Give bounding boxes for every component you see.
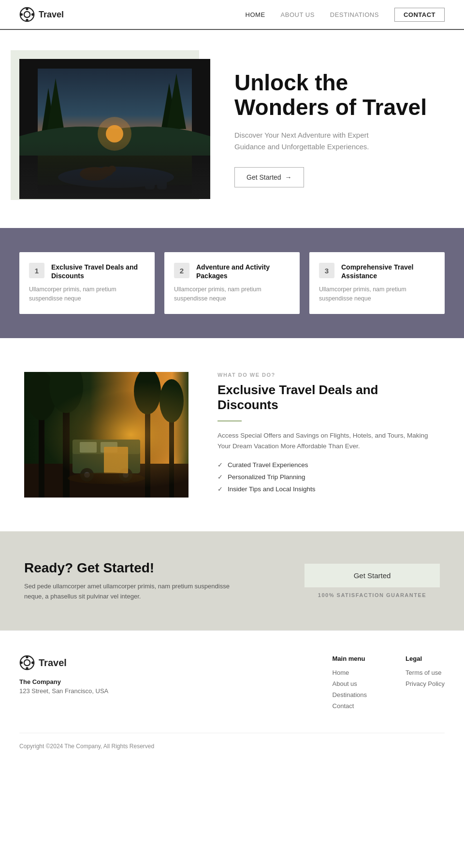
hero-text: Unlock the Wonders of Travel Discover Yo… [234,71,440,187]
svg-rect-11 [19,59,210,69]
feature-2-header: 2 Adventure and Activity Packages [174,263,290,280]
cta-desc: Sed pede ullamcorper amet ullamcorper pr… [24,582,237,602]
footer-menu-heading: Main menu [333,655,367,662]
logo[interactable]: Travel [19,7,64,22]
footer-link-about[interactable]: About us [333,680,367,687]
hero-image [19,59,210,199]
svg-rect-23 [157,172,167,189]
what-list: ✓ Curated Travel Experiences ✓ Personali… [218,461,440,493]
nav-links: HOME ABOUT US DESTINATIONS CONTACT [246,8,445,22]
footer-logo: Travel [19,655,294,670]
svg-rect-43 [104,447,128,473]
svg-rect-24 [24,372,188,498]
svg-point-46 [24,660,30,666]
feature-card-1: 1 Exclusive Travel Deals and Discounts U… [19,252,155,314]
footer-legal-col: Legal Terms of use Privacy Policy [406,655,445,713]
cta-guarantee: 100% SATISFACTION GUARANTEE [318,592,426,598]
footer-address: 123 Street, San Francisco, USA [19,687,294,695]
svg-rect-38 [101,442,117,453]
svg-point-18 [58,167,174,188]
feature-3-desc: Ullamcorper primis, nam pretium suspendi… [319,285,435,303]
what-text: WHAT DO WE DO? Exclusive Travel Deals an… [218,372,440,498]
footer: Travel The Company 123 Street, San Franc… [0,630,464,764]
navbar: Travel HOME ABOUT US DESTINATIONS CONTAC… [0,0,464,30]
svg-point-17 [98,117,131,151]
svg-point-47 [26,656,28,658]
feature-1-title: Exclusive Travel Deals and Discounts [51,263,145,280]
what-title: Exclusive Travel Deals and Discounts [218,383,440,413]
footer-link-destinations[interactable]: Destinations [333,691,367,698]
svg-point-2 [26,8,28,10]
svg-point-40 [119,468,132,482]
footer-top: Travel The Company 123 Street, San Franc… [19,655,445,713]
footer-logo-icon [19,655,35,670]
svg-rect-26 [24,464,188,498]
check-icon-3: ✓ [218,485,223,493]
footer-menu-col: Main menu Home About us Destinations Con… [333,655,367,713]
what-label: WHAT DO WE DO? [218,372,440,378]
logo-icon [19,7,35,22]
svg-point-49 [20,662,23,664]
what-section: WHAT DO WE DO? Exclusive Travel Deals an… [0,338,464,531]
feature-3-header: 3 Comprehensive Travel Assistance [319,263,435,280]
svg-point-41 [84,472,90,478]
what-image-svg [24,372,188,498]
footer-link-terms[interactable]: Terms of use [406,669,445,676]
svg-rect-35 [72,440,140,473]
svg-point-19 [80,167,109,181]
nav-about[interactable]: ABOUT US [281,11,315,18]
feature-1-number: 1 [29,263,44,278]
footer-copyright: Copyright ©2024 The Company, All Rights … [19,733,445,750]
svg-rect-10 [192,59,210,199]
what-divider [218,420,242,422]
svg-point-39 [80,468,94,482]
footer-link-home[interactable]: Home [333,669,367,676]
svg-rect-25 [24,372,188,498]
footer-legal-heading: Legal [406,655,445,662]
list-item-2: ✓ Personalized Trip Planning [218,473,440,481]
feature-1-desc: Ullamcorper primis, nam pretium suspendi… [29,285,145,303]
svg-rect-29 [145,396,150,498]
arrow-right-icon: → [285,173,292,181]
cta-button[interactable]: Get Started [304,564,440,587]
cta-section: Ready? Get Started! Sed pede ullamcorper… [0,531,464,631]
svg-point-5 [31,13,34,15]
svg-point-1 [24,12,30,17]
svg-rect-28 [63,391,70,498]
svg-rect-9 [19,59,38,199]
nav-home[interactable]: HOME [246,11,265,18]
footer-brand: Travel The Company 123 Street, San Franc… [19,655,294,713]
footer-link-privacy[interactable]: Privacy Policy [406,680,445,687]
list-item-1: ✓ Curated Travel Experiences [218,461,440,469]
hero-image-svg [19,59,210,199]
cta-title: Ready? Get Started! [24,560,285,576]
feature-2-number: 2 [174,263,189,278]
hero-title: Unlock the Wonders of Travel [234,71,440,119]
svg-rect-22 [145,172,155,189]
feature-3-title: Comprehensive Travel Assistance [341,263,435,280]
feature-2-title: Adventure and Activity Packages [196,263,290,280]
features-grid: 1 Exclusive Travel Deals and Discounts U… [19,252,445,314]
svg-point-3 [26,19,28,21]
svg-point-44 [68,472,145,484]
svg-point-4 [20,13,23,15]
feature-1-header: 1 Exclusive Travel Deals and Discounts [29,263,145,280]
list-item-3: ✓ Insider Tips and Local Insights [218,485,440,493]
hero-cta-button[interactable]: Get Started → [234,167,304,187]
hero-section: Unlock the Wonders of Travel Discover Yo… [0,30,464,228]
svg-point-42 [123,472,129,478]
features-section: 1 Exclusive Travel Deals and Discounts U… [0,228,464,338]
footer-company: The Company [19,678,294,685]
svg-point-31 [27,372,56,420]
nav-contact[interactable]: CONTACT [394,8,445,22]
footer-link-contact[interactable]: Contact [333,702,367,710]
hero-subtitle: Discover Your Next Adventure with Expert… [234,129,379,153]
footer-brand-name: Travel [39,657,67,669]
feature-card-3: 3 Comprehensive Travel Assistance Ullamc… [309,252,445,314]
what-image [24,372,188,498]
feature-3-number: 3 [319,263,334,278]
check-icon-1: ✓ [218,461,223,469]
check-icon-2: ✓ [218,473,223,481]
nav-destinations[interactable]: DESTINATIONS [330,11,379,18]
what-desc: Access Special Offers and Savings on Fli… [218,430,440,451]
